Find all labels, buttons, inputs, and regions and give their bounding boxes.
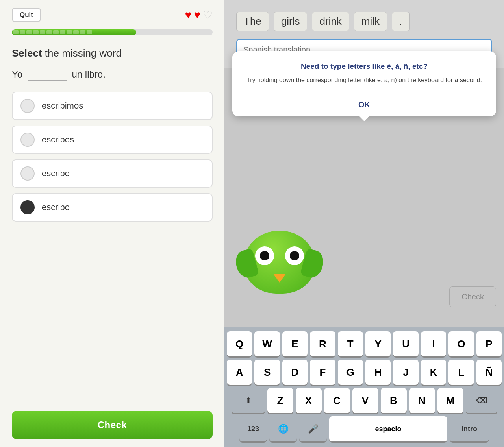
key-m[interactable]: M <box>437 388 463 413</box>
right-panel: The girls drink milk . Need to type lett… <box>224 0 504 447</box>
key-f[interactable]: F <box>310 360 335 385</box>
owl-beak <box>273 274 286 283</box>
owl-wing-right <box>300 248 326 280</box>
intro-key[interactable]: intro <box>450 416 489 441</box>
key-c[interactable]: C <box>324 388 350 413</box>
key-j[interactable]: J <box>393 360 418 385</box>
sentence-before: Yo <box>12 69 22 79</box>
chip-period: . <box>392 12 410 31</box>
option-label-escribimos: escribimos <box>42 101 83 111</box>
owl-pupil-right <box>290 251 299 260</box>
hearts-display: ♥ ♥ ♡ <box>185 9 213 22</box>
option-escribo[interactable]: escribo <box>12 193 213 222</box>
chip-girls: girls <box>274 12 308 31</box>
chip-drink: drink <box>312 12 349 31</box>
key-p[interactable]: P <box>476 331 502 356</box>
num-key[interactable]: 123 <box>239 416 267 441</box>
key-d[interactable]: D <box>282 360 308 385</box>
key-u[interactable]: U <box>393 331 418 356</box>
quit-button[interactable]: Quit <box>12 8 41 22</box>
key-n-tilde[interactable]: Ñ <box>476 360 502 385</box>
key-o[interactable]: O <box>448 331 474 356</box>
key-r[interactable]: R <box>310 331 335 356</box>
key-z[interactable]: Z <box>267 388 293 413</box>
key-k[interactable]: K <box>421 360 446 385</box>
space-key[interactable]: espacio <box>329 416 447 441</box>
key-e[interactable]: E <box>282 331 308 356</box>
delete-key[interactable]: ⌫ <box>466 388 497 413</box>
option-label-escribes: escribes <box>42 135 74 145</box>
key-g[interactable]: G <box>338 360 363 385</box>
tooltip-popup: Need to type letters like é, á, ñ, etc? … <box>232 51 496 116</box>
key-v[interactable]: V <box>352 388 378 413</box>
instruction-text: Select the missing word <box>12 47 213 59</box>
owl-eye-right <box>285 246 304 265</box>
key-s[interactable]: S <box>254 360 280 385</box>
options-list: escribimos escribes escribe escribo <box>12 92 213 222</box>
shift-key[interactable]: ⬆ <box>232 388 265 413</box>
keyboard-row-1: Q W E R T Y U I O P <box>227 331 502 356</box>
key-l[interactable]: L <box>448 360 474 385</box>
key-q[interactable]: Q <box>227 331 252 356</box>
key-h[interactable]: H <box>365 360 391 385</box>
owl-body <box>244 231 315 294</box>
radio-escribe[interactable] <box>20 166 35 181</box>
owl-mascot <box>236 231 323 309</box>
option-escribimos[interactable]: escribimos <box>12 92 213 120</box>
mic-key[interactable]: 🎤 <box>299 416 327 441</box>
heart-1: ♥ <box>185 9 192 21</box>
owl-eye-left <box>255 246 274 265</box>
chip-milk: milk <box>354 12 387 31</box>
word-chips: The girls drink milk . <box>236 12 492 31</box>
check-button-left[interactable]: Check <box>12 411 213 439</box>
key-x[interactable]: X <box>296 388 322 413</box>
keyboard-row-4: 123 🌐 🎤 espacio intro <box>227 416 502 441</box>
heart-2: ♥ <box>194 9 200 21</box>
key-t[interactable]: T <box>338 331 363 356</box>
keyboard: Q W E R T Y U I O P A S D F G H J K L Ñ … <box>224 327 504 447</box>
radio-escribes[interactable] <box>20 133 35 147</box>
option-label-escribe: escribe <box>42 168 70 179</box>
tooltip-title: Need to type letters like é, á, ñ, etc? <box>243 62 485 71</box>
tooltip-ok-button[interactable]: OK <box>232 93 496 116</box>
radio-escribo[interactable] <box>20 200 35 214</box>
sentence: Yo un libro. <box>12 69 213 81</box>
left-panel: Quit ♥ ♥ ♡ Select the missing word Yo u <box>0 0 224 447</box>
instruction-bold: Select <box>12 47 42 59</box>
top-bar: Quit ♥ ♥ ♡ <box>12 8 213 22</box>
owl-pupil-left <box>260 251 269 260</box>
key-y[interactable]: Y <box>365 331 391 356</box>
key-w[interactable]: W <box>254 331 280 356</box>
keyboard-row-3: ⬆ Z X C V B N M ⌫ <box>227 388 502 413</box>
sentence-after: un libro. <box>72 69 106 79</box>
option-label-escribo: escribo <box>42 202 70 212</box>
tooltip-body: Try holding down the corresponding lette… <box>243 76 485 85</box>
instruction-rest: the missing word <box>42 47 122 59</box>
radio-escribimos[interactable] <box>20 99 35 113</box>
globe-key[interactable]: 🌐 <box>269 416 297 441</box>
key-i[interactable]: I <box>421 331 446 356</box>
option-escribes[interactable]: escribes <box>12 126 213 154</box>
progress-bar-container <box>12 29 213 35</box>
chip-the: The <box>236 12 269 31</box>
option-escribe[interactable]: escribe <box>12 159 213 188</box>
keyboard-row-2: A S D F G H J K L Ñ <box>227 360 502 385</box>
check-button-right[interactable]: Check <box>449 286 496 307</box>
key-b[interactable]: B <box>381 388 407 413</box>
sentence-blank <box>28 69 67 81</box>
heart-3: ♡ <box>203 9 213 22</box>
progress-bar-fill <box>12 29 136 35</box>
key-a[interactable]: A <box>227 360 252 385</box>
key-n[interactable]: N <box>409 388 435 413</box>
